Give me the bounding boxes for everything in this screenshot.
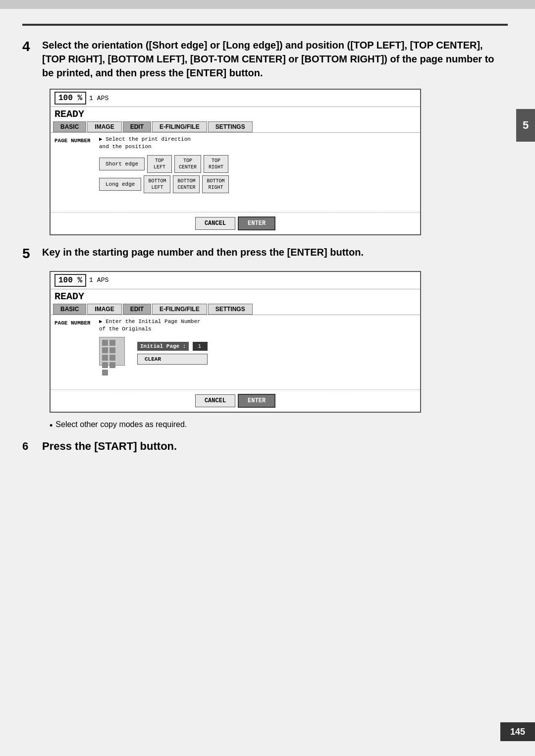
top-left-btn[interactable]: TOPLEFT <box>147 155 172 173</box>
step6-number: 6 <box>22 440 37 453</box>
screen2-label: PAGE NUMBER <box>54 318 99 386</box>
screen2-pagenum: 1 <box>89 276 93 284</box>
screen1-topbar: 100 % 1 APS <box>51 90 420 107</box>
screen1-row2: Long edge BOTTOMLEFT BOTTOMCENTER BOTTOM… <box>99 175 416 193</box>
clear-btn[interactable]: CLEAR <box>137 354 208 365</box>
step5-row: 5 Key in the starting page number and th… <box>22 245 508 262</box>
key2 <box>109 340 115 346</box>
tab-edit[interactable]: EDIT <box>123 121 151 132</box>
tab2-image[interactable]: IMAGE <box>87 304 121 315</box>
keypad-icon <box>99 337 125 366</box>
side-tab: 5 <box>516 109 535 142</box>
page-container: 5 4 Select the orientation ([Short edge]… <box>0 0 535 756</box>
screen1-button-grid: Short edge TOPLEFT TOPCENTER TOPRIGHT Lo… <box>99 155 416 193</box>
screen1-body: PAGE NUMBER ▶ Select the print direction… <box>51 133 420 212</box>
screen1-mockup: 100 % 1 APS READY BASIC IMAGE EDIT E-FIL… <box>50 89 421 235</box>
top-right-btn[interactable]: TOPRIGHT <box>204 155 228 173</box>
screen1-percent: 100 % <box>54 92 86 105</box>
screen2-percent: 100 % <box>54 274 86 287</box>
key5 <box>102 355 108 361</box>
screen2-ready: READY <box>51 289 420 304</box>
step6-section: 6 Press the [START] button. <box>22 440 508 453</box>
top-divider <box>22 24 508 26</box>
top-center-btn[interactable]: TOPCENTER <box>174 155 201 173</box>
step4-number: 4 <box>22 38 37 55</box>
initial-page-value: 1 <box>193 342 208 351</box>
screen1-pagenum: 1 <box>89 95 93 102</box>
key9 <box>102 370 108 376</box>
key4 <box>109 347 115 353</box>
initial-page-label: Initial Page : <box>137 342 189 351</box>
screen2-body: PAGE NUMBER ▶ Enter the Initial Page Num… <box>51 315 420 389</box>
tab-efiling[interactable]: E-FILING/FILE <box>152 121 207 132</box>
screen1-aps: APS <box>97 95 108 102</box>
screen1-content: ▶ Select the print direction and the pos… <box>99 136 416 209</box>
screen1-enter-btn[interactable]: ENTER <box>238 216 275 230</box>
short-edge-btn[interactable]: Short edge <box>99 158 145 170</box>
tab-image[interactable]: IMAGE <box>87 121 121 132</box>
screen2-aps: APS <box>97 276 108 284</box>
key8 <box>109 362 115 368</box>
step5-text: Key in the starting page number and then… <box>42 245 508 259</box>
screen2-tabs: BASIC IMAGE EDIT E-FILING/FILE SETTINGS <box>51 304 420 315</box>
screen1-ready: READY <box>51 107 420 121</box>
tab-basic[interactable]: BASIC <box>53 121 86 132</box>
top-bar <box>0 0 535 9</box>
initial-page-area: Initial Page : 1 CLEAR <box>132 337 208 365</box>
key3 <box>102 347 108 353</box>
screen2-instruction: ▶ Enter the Initial Page Number of the O… <box>99 318 416 333</box>
tab2-basic[interactable]: BASIC <box>53 304 86 315</box>
bullet-text: Select other copy modes as required. <box>55 420 187 429</box>
main-content: 4 Select the orientation ([Short edge] o… <box>0 9 535 477</box>
tab2-efiling[interactable]: E-FILING/FILE <box>152 304 207 315</box>
screen2-cancel-btn[interactable]: CANCEL <box>195 394 235 407</box>
initial-page-row: Initial Page : 1 <box>137 342 208 351</box>
step4-row: 4 Select the orientation ([Short edge] o… <box>22 38 508 80</box>
tab-settings[interactable]: SETTINGS <box>208 121 253 132</box>
screen1-label: PAGE NUMBER <box>54 136 99 209</box>
screen2-input-area: Initial Page : 1 CLEAR <box>99 337 416 366</box>
bottom-center-btn[interactable]: BOTTOMCENTER <box>173 175 200 193</box>
screen1-footer: CANCEL ENTER <box>51 212 420 234</box>
bullet-dot: • <box>50 421 53 431</box>
bottom-tab: 145 <box>500 722 535 741</box>
screen1-cancel-btn[interactable]: CANCEL <box>195 217 235 230</box>
tab2-settings[interactable]: SETTINGS <box>208 304 253 315</box>
screen1-row1: Short edge TOPLEFT TOPCENTER TOPRIGHT <box>99 155 416 173</box>
step5-section: 5 Key in the starting page number and th… <box>22 245 508 413</box>
bottom-right-btn[interactable]: BOTTOMRIGHT <box>202 175 229 193</box>
step6-text: Press the [START] button. <box>42 440 177 453</box>
tab2-edit[interactable]: EDIT <box>123 304 151 315</box>
screen2-mockup: 100 % 1 APS READY BASIC IMAGE EDIT E-FIL… <box>50 271 421 413</box>
step5-number: 5 <box>22 245 37 262</box>
screen2-topbar: 100 % 1 APS <box>51 272 420 289</box>
key6 <box>109 355 115 361</box>
screen2-content: ▶ Enter the Initial Page Number of the O… <box>99 318 416 386</box>
step6-row: 6 Press the [START] button. <box>22 440 508 453</box>
bullet-note: • Select other copy modes as required. <box>50 420 508 431</box>
screen2-enter-btn[interactable]: ENTER <box>238 394 275 408</box>
screen2-footer: CANCEL ENTER <box>51 389 420 412</box>
bottom-left-btn[interactable]: BOTTOMLEFT <box>144 175 170 193</box>
screen1-instruction: ▶ Select the print direction and the pos… <box>99 136 416 151</box>
key7 <box>102 362 108 368</box>
key1 <box>102 340 108 346</box>
long-edge-btn[interactable]: Long edge <box>99 178 141 191</box>
step4-text: Select the orientation ([Short edge] or … <box>42 38 508 80</box>
screen1-tabs: BASIC IMAGE EDIT E-FILING/FILE SETTINGS <box>51 121 420 133</box>
